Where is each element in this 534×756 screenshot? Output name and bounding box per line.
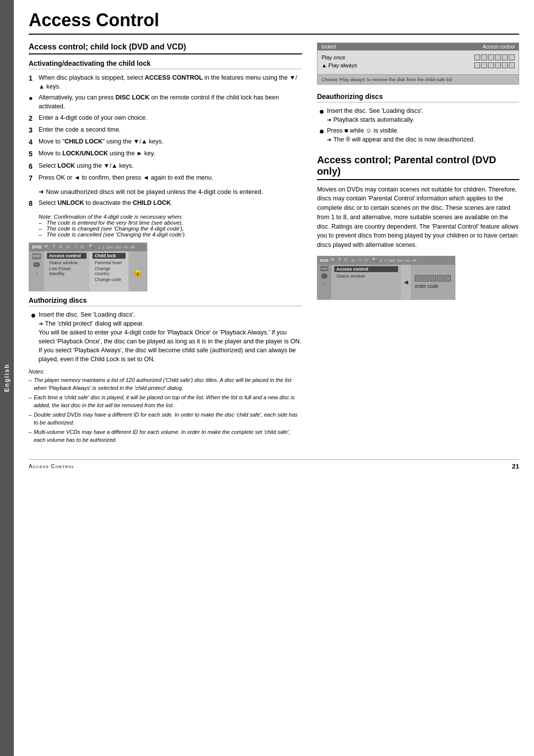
authorizing-title: Authorizing discs [29,296,302,306]
pm-values: 1 1 1en 1en no off [380,258,416,263]
footer-left-text: Access Control [29,463,75,469]
step-8-list: 8 Select UNLOCK to deactivate the CHILD … [29,198,302,208]
two-col-layout: Access control; child lock (DVD and VCD)… [29,43,519,449]
parental-body: Movies on DVDs may contain scenes not su… [317,185,519,250]
step-text-6: Select LOCK using the ▼/▲ keys. [39,161,134,171]
pm-arrow: ◄ [401,265,411,299]
deauth-bullet-sym-2: ● [319,127,327,144]
box7 [474,62,480,68]
menu-col1: Access control Status window Low Power s… [44,251,89,291]
box2 [481,54,487,60]
code-box-4 [437,275,444,282]
notes-header: Notes: [29,368,302,376]
box10 [495,62,501,68]
screenshot-footer-1: Choose 'Play always' to remove the disk … [317,74,519,84]
menu-icons-row: ⟳ T C ㎡ □ ▷ 🔍 [44,244,94,250]
step-2: 2 Enter a 4-digit code of your own choic… [29,113,302,123]
menu-col1-title: Access control [47,253,87,259]
deauth-title: Deauthorizing discs [317,93,519,102]
activating-steps: 1 When disc playback is stopped, select … [29,73,302,183]
box9 [488,62,494,68]
pm-code-boxes [415,275,451,282]
parental-menu-screenshot: DVD ⟳ T C ㎡ □ ▷ 🔍 1 [317,256,455,300]
step-text-7: Press OK or ◄ to confirm, then press ◄ a… [39,173,213,183]
menu-col2-item1: Parental level [92,260,126,266]
step-num-1: 1 [29,73,39,91]
code-box-5 [445,275,451,282]
pm-icons: ⟳ T C ㎡ □ ▷ 🔍 [331,257,377,264]
step-text-2: Enter a 4-digit code of your own choice. [39,113,147,123]
pm-dvd-label: DVD [320,258,328,263]
pm-music-icon: ♪ [323,281,326,286]
note-title: Note: Confirmation of the 4-digit code i… [39,214,302,220]
menu-disc-icon: ○ [33,262,40,267]
screenshot-header-1: locked Access control [317,43,519,50]
note-item-4: – Multi-volume VCDs may have a different… [29,428,302,444]
authorizing-bullets: ● Insert the disc. See 'Loading discs'. … [29,310,302,364]
note-line-2: – The code is changed (see 'Changing the… [39,226,302,232]
page-title: Access Control [29,10,519,35]
step-7: 7 Press OK or ◄ to confirm, then press ◄… [29,173,302,183]
pm-left-icons: DVD ○ ♪ [317,265,331,299]
step-num-3: 3 [29,125,39,135]
step-num-2: 2 [29,113,39,123]
code-box-1 [415,275,421,282]
auth-bullet-1: ● Insert the disc. See 'Loading discs'. … [29,310,302,364]
box6 [509,54,515,60]
playback-label-2: ▲ Play always [321,62,357,68]
activating-title: Activating/deactivating the child lock [29,59,302,69]
menu-col1-item1: Status window [47,260,87,266]
pm-disc-icon: ○ [321,274,327,279]
parental-section: Access control; Parental control (DVD on… [317,154,519,300]
menu-toolbar: DVD ⟳ T C ㎡ □ ▷ 🔍 1 [29,243,147,251]
side-tab-label: English [3,364,10,392]
box8 [481,62,487,68]
menu-lock-area: 🔒 [129,251,147,291]
bullet-sym-1: ● [31,311,39,364]
screenshot-body-1: Play once ▲ Play always [317,50,519,74]
box5 [502,54,508,60]
step-4: 4 Move to "CHILD LOCK" using the ▼/▲ key… [29,137,302,147]
step-text-3: Enter the code a second time. [39,125,121,135]
screenshot-header-left: locked [321,44,336,49]
main-content: Access Control Access control; child loc… [14,0,534,756]
box12 [509,62,515,68]
menu-left-icons: DVD ○ ♪ [29,251,44,291]
note-item-3: – Double sided DVDs may have a different… [29,411,302,427]
step-text-8: Select UNLOCK to deactivate the CHILD LO… [39,198,173,208]
playback-boxes-1 [474,54,515,60]
side-tab: English [0,0,14,756]
note-line-1: – The code is entered for the very first… [39,220,302,226]
screenshot-locked: locked Access control Play once [317,43,519,85]
menu-col2-item3: Change code [92,277,126,283]
step-5: 5 Move to LOCK/UNLOCK using the ► key. [29,149,302,159]
code-box-3 [430,275,436,282]
deauth-text-1: Insert the disc. See 'Loading discs'. Pl… [327,106,423,124]
menu-col2-title: Child lock [92,253,126,259]
deauth-bullet-1: ● Insert the disc. See 'Loading discs'. … [317,106,519,124]
deauth-bullet-sym-1: ● [319,107,327,124]
playback-boxes-2 [474,62,515,68]
box3 [488,54,494,60]
auth-text-1: Insert the disc. See 'Loading discs'. Th… [39,310,302,364]
note-line-3: – The code is cancelled (see 'Changing t… [39,232,302,237]
pm-dvd-icon: DVD [320,266,328,271]
step-text-5: Move to LOCK/UNLOCK using the ► key. [39,149,155,159]
step-1: 1 When disc playback is stopped, select … [29,73,302,91]
menu-body: DVD ○ ♪ Access control Status window Low… [29,251,147,291]
parental-title: Access control; Parental control (DVD on… [317,154,519,180]
pm-body: DVD ○ ♪ Access control Status window ◄ [317,265,455,299]
left-column: Access control; child lock (DVD and VCD)… [29,43,302,449]
menu-values-row: 1 1 1en 1en no off [98,245,134,249]
arrow-note-block: ➜ Now unauthorized discs will not be pla… [29,188,302,195]
step-num-6: 6 [29,161,39,171]
playback-row-2: ▲ Play always [321,62,515,68]
notes-block: Notes: – The player memory maintains a l… [29,368,302,444]
page-number: 21 [512,463,519,470]
deauth-section: Deauthorizing discs ● Insert the disc. S… [317,93,519,144]
step-num-8: 8 [29,198,39,208]
screenshot-header-right: Access control [483,44,515,49]
step-num-4: 4 [29,137,39,147]
step-8: 8 Select UNLOCK to deactivate the CHILD … [29,198,302,208]
deauth-bullet-2: ● Press ■ while ☺ is visible. The ® will… [317,126,519,144]
